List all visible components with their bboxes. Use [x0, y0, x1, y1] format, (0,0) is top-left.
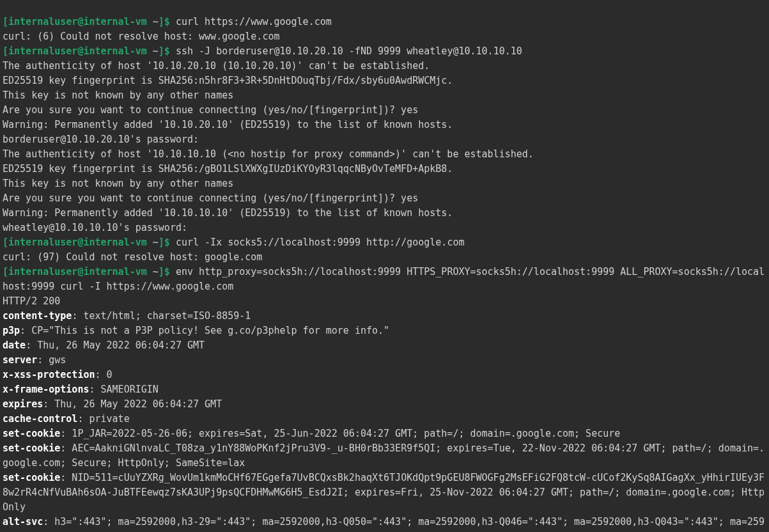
prompt-bracket-open: [	[3, 45, 8, 57]
header-line: set-cookie: AEC=AakniGNlnvaLC_T08za_y1nY…	[3, 442, 765, 469]
output-line: The authenticity of host '10.10.10.10 (<…	[3, 148, 534, 160]
output-line: ED25519 key fingerprint is SHA256:n5hr8F…	[3, 75, 453, 86]
header-line: content-type: text/html; charset=ISO-885…	[3, 310, 251, 322]
http-status-line: HTTP/2 200	[3, 295, 60, 307]
header-name: date	[3, 340, 26, 351]
prompt-tilde: ~	[147, 237, 159, 248]
output-line: wheatley@10.10.10.10's password:	[3, 222, 187, 233]
header-value: : CP="This is not a P3P policy! See g.co…	[20, 325, 389, 336]
header-value: : h3=":443"; ma=2592000,h3-29=":443"; ma…	[3, 516, 765, 532]
header-line: x-xss-protection: 0	[3, 369, 113, 380]
prompt-line: [internaluser@internal-vm ~]$ ssh -J bor…	[3, 45, 522, 57]
output-line: This key is not known by any other names	[3, 178, 233, 189]
header-value: : NID=511=cUuYZXRg_WovUm1kmMoCHf67EGgefa…	[3, 472, 765, 513]
terminal-output[interactable]: [internaluser@internal-vm ~]$ curl https…	[0, 0, 769, 532]
header-line: set-cookie: 1P_JAR=2022-05-26-06; expire…	[3, 428, 620, 439]
command-3: curl -Ix socks5://localhost:9999 http://…	[176, 237, 465, 248]
header-name: set-cookie	[3, 472, 60, 483]
header-value: : private	[77, 413, 129, 425]
header-name: set-cookie	[3, 442, 60, 454]
header-value: : 1P_JAR=2022-05-26-06; expires=Sat, 25-…	[60, 428, 620, 439]
output-line: curl: (97) Could not resolve host: googl…	[3, 251, 262, 263]
header-value: : text/html; charset=ISO-8859-1	[72, 310, 251, 322]
prompt-user-host: internaluser@internal-vm	[8, 16, 147, 27]
header-name: set-cookie	[3, 428, 60, 439]
header-name: x-xss-protection	[3, 369, 95, 380]
header-value: : AEC=AakniGNlnvaLC_T08za_y1nY88WoPKnf2j…	[3, 442, 765, 469]
header-value: : SAMEORIGIN	[89, 384, 158, 395]
prompt-line: [internaluser@internal-vm ~]$ curl -Ix s…	[3, 237, 464, 248]
output-line: Are you sure you want to continue connec…	[3, 104, 418, 116]
header-value: : gws	[37, 354, 66, 366]
header-value: : Thu, 26 May 2022 06:04:27 GMT	[26, 340, 205, 351]
header-line: p3p: CP="This is not a P3P policy! See g…	[3, 325, 389, 336]
prompt-tilde: ~	[147, 45, 159, 57]
prompt-user-host: internaluser@internal-vm	[8, 237, 147, 248]
header-name: content-type	[3, 310, 72, 322]
prompt-end: ]$	[159, 16, 170, 27]
prompt-bracket-open: [	[3, 237, 8, 248]
prompt-end: ]$	[159, 237, 170, 248]
header-line: server: gws	[3, 354, 66, 366]
header-value: : Thu, 26 May 2022 06:04:27 GMT	[43, 398, 222, 410]
prompt-end: ]$	[159, 266, 170, 278]
prompt-tilde: ~	[147, 266, 159, 278]
output-line: This key is not known by any other names	[3, 90, 233, 101]
header-name: cache-control	[3, 413, 77, 425]
prompt-bracket-open: [	[3, 266, 8, 278]
header-name: alt-svc	[3, 516, 43, 528]
header-name: x-frame-options	[3, 384, 89, 395]
header-line: alt-svc: h3=":443"; ma=2592000,h3-29=":4…	[3, 516, 765, 532]
header-line: expires: Thu, 26 May 2022 06:04:27 GMT	[3, 398, 222, 410]
output-line: ED25519 key fingerprint is SHA256:/gBO1L…	[3, 163, 453, 175]
command-1: curl https://www.google.com	[176, 16, 332, 27]
output-line: Warning: Permanently added '10.10.20.10'…	[3, 119, 453, 130]
prompt-end: ]$	[159, 45, 170, 57]
header-line: date: Thu, 26 May 2022 06:04:27 GMT	[3, 340, 205, 351]
header-line: cache-control: private	[3, 413, 130, 425]
command-2: ssh -J borderuser@10.10.20.10 -fND 9999 …	[176, 45, 522, 57]
prompt-tilde: ~	[147, 16, 159, 27]
header-line: set-cookie: NID=511=cUuYZXRg_WovUm1kmMoC…	[3, 472, 765, 513]
prompt-user-host: internaluser@internal-vm	[8, 266, 147, 278]
header-name: p3p	[3, 325, 20, 336]
prompt-line: [internaluser@internal-vm ~]$ env http_p…	[3, 266, 765, 292]
prompt-line: [internaluser@internal-vm ~]$ curl https…	[3, 16, 332, 27]
header-name: expires	[3, 398, 43, 410]
output-line: curl: (6) Could not resolve host: www.go…	[3, 31, 279, 42]
output-line: borderuser@10.10.20.10's password:	[3, 134, 199, 145]
prompt-user-host: internaluser@internal-vm	[8, 45, 147, 57]
header-name: server	[3, 354, 37, 366]
prompt-bracket-open: [	[3, 16, 8, 27]
header-line: x-frame-options: SAMEORIGIN	[3, 384, 159, 395]
output-line: Are you sure you want to continue connec…	[3, 192, 418, 204]
output-line: Warning: Permanently added '10.10.10.10'…	[3, 207, 453, 219]
output-line: The authenticity of host '10.10.20.10 (1…	[3, 60, 430, 72]
header-value: : 0	[95, 369, 113, 380]
